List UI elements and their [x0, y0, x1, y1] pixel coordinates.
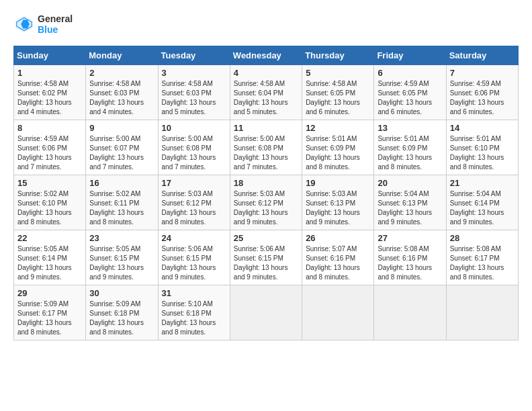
- day-info: Sunrise: 4:58 AM Sunset: 6:04 PM Dayligh…: [234, 79, 298, 117]
- day-number: 24: [162, 233, 226, 243]
- day-number: 12: [306, 123, 370, 133]
- calendar-cell: [446, 285, 518, 340]
- day-number: 10: [162, 123, 226, 133]
- day-info: Sunrise: 5:05 AM Sunset: 6:15 PM Dayligh…: [89, 244, 154, 282]
- calendar-body: 1Sunrise: 4:58 AM Sunset: 6:02 PM Daylig…: [14, 65, 519, 340]
- calendar-cell: 3Sunrise: 4:58 AM Sunset: 6:03 PM Daylig…: [158, 65, 230, 120]
- calendar-cell: 31Sunrise: 5:10 AM Sunset: 6:18 PM Dayli…: [158, 285, 230, 340]
- day-info: Sunrise: 5:00 AM Sunset: 6:08 PM Dayligh…: [234, 134, 298, 172]
- day-number: 11: [234, 123, 298, 133]
- day-info: Sunrise: 4:58 AM Sunset: 6:03 PM Dayligh…: [162, 79, 226, 117]
- calendar-cell: 25Sunrise: 5:06 AM Sunset: 6:15 PM Dayli…: [230, 230, 302, 285]
- day-number: 14: [450, 123, 515, 133]
- calendar-cell: [302, 285, 374, 340]
- calendar-cell: 19Sunrise: 5:03 AM Sunset: 6:13 PM Dayli…: [302, 175, 374, 230]
- day-number: 31: [162, 288, 226, 298]
- day-info: Sunrise: 5:09 AM Sunset: 6:17 PM Dayligh…: [17, 300, 82, 337]
- day-number: 26: [306, 233, 370, 243]
- day-info: Sunrise: 4:59 AM Sunset: 6:06 PM Dayligh…: [450, 79, 515, 117]
- calendar-cell: 6Sunrise: 4:59 AM Sunset: 6:05 PM Daylig…: [374, 65, 446, 120]
- calendar-header-row: SundayMondayTuesdayWednesdayThursdayFrid…: [14, 46, 519, 65]
- day-number: 21: [450, 178, 515, 188]
- day-number: 1: [17, 68, 82, 78]
- calendar-header-saturday: Saturday: [446, 46, 518, 65]
- calendar-cell: 20Sunrise: 5:04 AM Sunset: 6:13 PM Dayli…: [374, 175, 446, 230]
- calendar-cell: 14Sunrise: 5:01 AM Sunset: 6:10 PM Dayli…: [446, 120, 518, 175]
- day-number: 9: [89, 123, 154, 133]
- day-info: Sunrise: 5:06 AM Sunset: 6:15 PM Dayligh…: [162, 244, 226, 282]
- day-info: Sunrise: 5:06 AM Sunset: 6:15 PM Dayligh…: [234, 244, 298, 282]
- day-number: 7: [450, 68, 515, 78]
- day-info: Sunrise: 4:58 AM Sunset: 6:05 PM Dayligh…: [306, 79, 370, 117]
- day-info: Sunrise: 5:01 AM Sunset: 6:10 PM Dayligh…: [450, 134, 515, 172]
- day-info: Sunrise: 5:00 AM Sunset: 6:07 PM Dayligh…: [89, 134, 154, 172]
- page-header: General Blue: [13, 13, 519, 35]
- logo-text: General Blue: [38, 13, 73, 35]
- day-info: Sunrise: 5:03 AM Sunset: 6:12 PM Dayligh…: [234, 189, 298, 227]
- day-info: Sunrise: 5:02 AM Sunset: 6:11 PM Dayligh…: [89, 189, 154, 227]
- calendar-week-5: 29Sunrise: 5:09 AM Sunset: 6:17 PM Dayli…: [14, 285, 519, 340]
- day-number: 30: [89, 288, 154, 298]
- calendar-cell: 7Sunrise: 4:59 AM Sunset: 6:06 PM Daylig…: [446, 65, 518, 120]
- calendar-cell: 8Sunrise: 4:59 AM Sunset: 6:06 PM Daylig…: [14, 120, 86, 175]
- calendar-cell: 10Sunrise: 5:00 AM Sunset: 6:08 PM Dayli…: [158, 120, 230, 175]
- calendar-cell: 1Sunrise: 4:58 AM Sunset: 6:02 PM Daylig…: [14, 65, 86, 120]
- day-info: Sunrise: 4:58 AM Sunset: 6:03 PM Dayligh…: [89, 79, 154, 117]
- day-number: 13: [378, 123, 442, 133]
- calendar-cell: 23Sunrise: 5:05 AM Sunset: 6:15 PM Dayli…: [86, 230, 158, 285]
- day-info: Sunrise: 5:04 AM Sunset: 6:14 PM Dayligh…: [450, 189, 515, 227]
- day-number: 27: [378, 233, 442, 243]
- day-info: Sunrise: 5:10 AM Sunset: 6:18 PM Dayligh…: [162, 300, 226, 337]
- calendar-week-3: 15Sunrise: 5:02 AM Sunset: 6:10 PM Dayli…: [14, 175, 519, 230]
- calendar-cell: 26Sunrise: 5:07 AM Sunset: 6:16 PM Dayli…: [302, 230, 374, 285]
- calendar-cell: [374, 285, 446, 340]
- calendar-cell: 5Sunrise: 4:58 AM Sunset: 6:05 PM Daylig…: [302, 65, 374, 120]
- day-number: 18: [234, 178, 298, 188]
- day-info: Sunrise: 5:05 AM Sunset: 6:14 PM Dayligh…: [17, 244, 82, 282]
- day-number: 2: [89, 68, 154, 78]
- calendar-header-sunday: Sunday: [14, 46, 86, 65]
- day-number: 17: [162, 178, 226, 188]
- day-number: 8: [17, 123, 82, 133]
- day-number: 23: [89, 233, 154, 243]
- calendar-table: SundayMondayTuesdayWednesdayThursdayFrid…: [13, 46, 519, 340]
- day-info: Sunrise: 5:01 AM Sunset: 6:09 PM Dayligh…: [306, 134, 370, 172]
- calendar-header-wednesday: Wednesday: [230, 46, 302, 65]
- calendar-header-friday: Friday: [374, 46, 446, 65]
- day-info: Sunrise: 5:08 AM Sunset: 6:17 PM Dayligh…: [450, 244, 515, 282]
- day-info: Sunrise: 5:03 AM Sunset: 6:12 PM Dayligh…: [162, 189, 226, 227]
- day-number: 28: [450, 233, 515, 243]
- calendar-week-4: 22Sunrise: 5:05 AM Sunset: 6:14 PM Dayli…: [14, 230, 519, 285]
- day-number: 6: [378, 68, 442, 78]
- calendar-cell: 16Sunrise: 5:02 AM Sunset: 6:11 PM Dayli…: [86, 175, 158, 230]
- logo: General Blue: [13, 13, 73, 35]
- day-number: 29: [17, 288, 82, 298]
- calendar-week-1: 1Sunrise: 4:58 AM Sunset: 6:02 PM Daylig…: [14, 65, 519, 120]
- logo-icon: [13, 13, 35, 35]
- day-info: Sunrise: 4:58 AM Sunset: 6:02 PM Dayligh…: [17, 79, 82, 117]
- calendar-cell: 2Sunrise: 4:58 AM Sunset: 6:03 PM Daylig…: [86, 65, 158, 120]
- day-info: Sunrise: 5:04 AM Sunset: 6:13 PM Dayligh…: [378, 189, 442, 227]
- day-info: Sunrise: 5:09 AM Sunset: 6:18 PM Dayligh…: [89, 300, 154, 337]
- calendar-cell: 22Sunrise: 5:05 AM Sunset: 6:14 PM Dayli…: [14, 230, 86, 285]
- day-number: 25: [234, 233, 298, 243]
- day-number: 3: [162, 68, 226, 78]
- calendar-week-2: 8Sunrise: 4:59 AM Sunset: 6:06 PM Daylig…: [14, 120, 519, 175]
- calendar-cell: 21Sunrise: 5:04 AM Sunset: 6:14 PM Dayli…: [446, 175, 518, 230]
- day-info: Sunrise: 4:59 AM Sunset: 6:05 PM Dayligh…: [378, 79, 442, 117]
- calendar-cell: 18Sunrise: 5:03 AM Sunset: 6:12 PM Dayli…: [230, 175, 302, 230]
- calendar-cell: [230, 285, 302, 340]
- day-info: Sunrise: 5:03 AM Sunset: 6:13 PM Dayligh…: [306, 189, 370, 227]
- calendar-header-thursday: Thursday: [302, 46, 374, 65]
- calendar-cell: 4Sunrise: 4:58 AM Sunset: 6:04 PM Daylig…: [230, 65, 302, 120]
- day-number: 20: [378, 178, 442, 188]
- calendar-cell: 29Sunrise: 5:09 AM Sunset: 6:17 PM Dayli…: [14, 285, 86, 340]
- day-info: Sunrise: 4:59 AM Sunset: 6:06 PM Dayligh…: [17, 134, 82, 172]
- calendar-cell: 24Sunrise: 5:06 AM Sunset: 6:15 PM Dayli…: [158, 230, 230, 285]
- day-number: 16: [89, 178, 154, 188]
- day-info: Sunrise: 5:08 AM Sunset: 6:16 PM Dayligh…: [378, 244, 442, 282]
- calendar-cell: 28Sunrise: 5:08 AM Sunset: 6:17 PM Dayli…: [446, 230, 518, 285]
- calendar-header-tuesday: Tuesday: [158, 46, 230, 65]
- day-info: Sunrise: 5:00 AM Sunset: 6:08 PM Dayligh…: [162, 134, 226, 172]
- calendar-cell: 12Sunrise: 5:01 AM Sunset: 6:09 PM Dayli…: [302, 120, 374, 175]
